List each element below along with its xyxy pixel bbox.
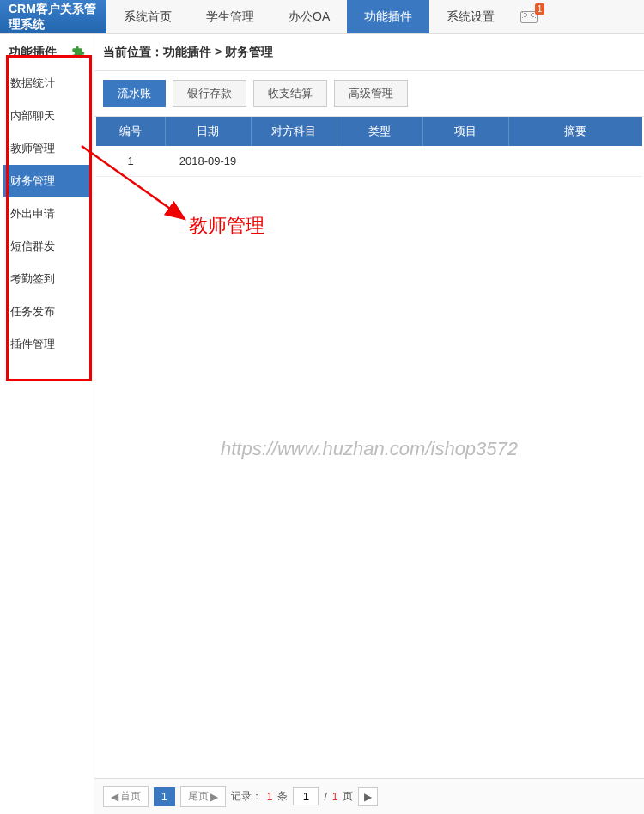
nav-settings[interactable]: 系统设置 <box>429 0 512 33</box>
breadcrumb-path: 功能插件 > 财务管理 <box>163 45 273 58</box>
sidebar: 功能插件 数据统计 内部聊天 教师管理 财务管理 外出申请 短信群发 考勤签到 … <box>0 34 94 814</box>
pager-page-unit: 页 <box>343 789 353 804</box>
nav-oa[interactable]: 办公OA <box>271 0 347 33</box>
th-date: 日期 <box>165 117 251 146</box>
cell-type <box>337 146 422 177</box>
th-project: 项目 <box>422 117 508 146</box>
table-container: 编号 日期 对方科目 类型 项目 摘要 1 2018-09-19 <box>94 117 644 177</box>
sidebar-title: 功能插件 <box>9 45 57 60</box>
breadcrumb-prefix: 当前位置： <box>103 45 163 58</box>
sidebar-item-sms[interactable]: 短信群发 <box>3 230 90 263</box>
th-id: 编号 <box>96 117 165 146</box>
nav-plugins[interactable]: 功能插件 <box>347 0 429 33</box>
pager-records-label: 记录： <box>231 789 262 804</box>
main-content: 当前位置：功能插件 > 财务管理 流水账 银行存款 收支结算 高级管理 编号 日… <box>94 34 644 814</box>
sidebar-item-stats[interactable]: 数据统计 <box>3 67 90 100</box>
pager-go[interactable]: ▶ <box>358 787 378 806</box>
top-nav: CRM客户关系管理系统 系统首页 学生管理 办公OA 功能插件 系统设置 1 <box>0 0 644 34</box>
tab-bank[interactable]: 银行存款 <box>173 80 246 107</box>
pager-total: 1 <box>332 791 338 803</box>
cell-summary <box>508 146 642 177</box>
pager-records-count: 1 <box>267 791 273 803</box>
tab-settlement[interactable]: 收支结算 <box>253 80 327 107</box>
nav-student[interactable]: 学生管理 <box>189 0 271 33</box>
sub-tabs: 流水账 银行存款 收支结算 高级管理 <box>94 71 644 117</box>
sidebar-item-plugin-mgmt[interactable]: 插件管理 <box>3 328 90 361</box>
finance-table: 编号 日期 对方科目 类型 项目 摘要 1 2018-09-19 <box>96 117 642 177</box>
mail-button[interactable]: 1 <box>512 0 546 33</box>
pager-first-label: 首页 <box>120 789 141 804</box>
sidebar-item-attendance[interactable]: 考勤签到 <box>3 263 90 295</box>
sidebar-item-teacher[interactable]: 教师管理 <box>3 132 90 165</box>
pager-page-input[interactable] <box>293 787 319 805</box>
pager-last-label: 尾页 <box>188 789 209 804</box>
pagination: ◀ 首页 1 尾页 ▶ 记录：1 条 / 1 页 ▶ <box>94 778 644 814</box>
tab-journal[interactable]: 流水账 <box>103 80 166 107</box>
pager-records-unit: 条 <box>277 789 288 804</box>
sidebar-item-leave[interactable]: 外出申请 <box>3 197 90 230</box>
sidebar-header: 功能插件 <box>3 38 90 67</box>
sidebar-item-finance[interactable]: 财务管理 <box>3 165 90 197</box>
puzzle-icon <box>71 46 85 59</box>
cell-date: 2018-09-19 <box>165 146 251 177</box>
sidebar-item-task[interactable]: 任务发布 <box>3 295 90 328</box>
cell-id: 1 <box>96 146 165 177</box>
pager-page-1[interactable]: 1 <box>154 787 175 806</box>
th-subject: 对方科目 <box>251 117 337 146</box>
pager-sep: / <box>324 791 326 803</box>
nav-home[interactable]: 系统首页 <box>106 0 189 33</box>
th-summary: 摘要 <box>508 117 642 146</box>
th-type: 类型 <box>337 117 422 146</box>
cell-project <box>422 146 508 177</box>
watermark: https://www.huzhan.com/ishop3572 <box>221 438 518 460</box>
breadcrumb: 当前位置：功能插件 > 财务管理 <box>94 34 644 71</box>
sidebar-item-chat[interactable]: 内部聊天 <box>3 100 90 132</box>
mail-badge: 1 <box>535 3 545 15</box>
brand-logo: CRM客户关系管理系统 <box>0 0 106 33</box>
tab-advanced[interactable]: 高级管理 <box>334 80 408 107</box>
table-row[interactable]: 1 2018-09-19 <box>96 146 642 177</box>
pager-first[interactable]: ◀ 首页 <box>103 786 149 807</box>
pager-last[interactable]: 尾页 ▶ <box>180 786 226 807</box>
cell-subject <box>251 146 337 177</box>
